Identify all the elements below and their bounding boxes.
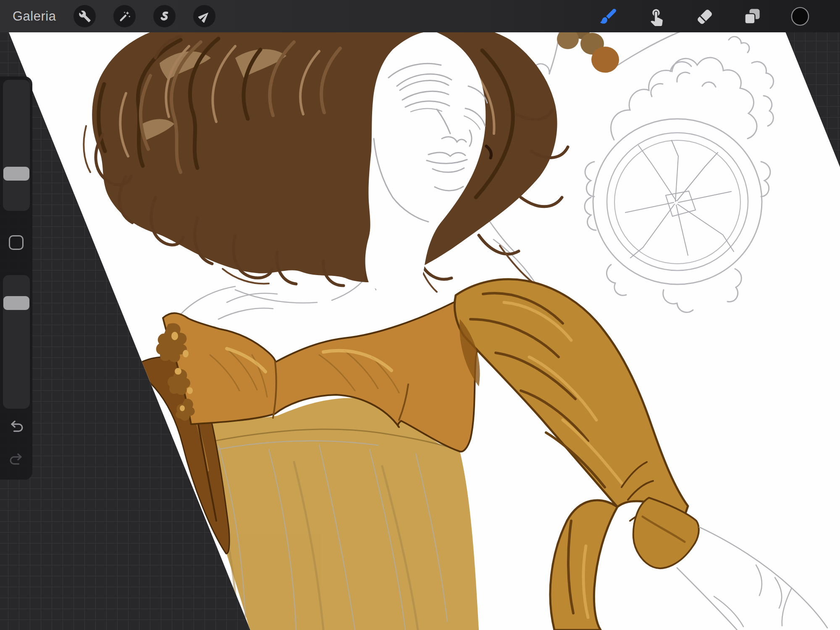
procreate-app: Galeria	[0, 0, 840, 630]
selection-button[interactable]	[153, 5, 176, 27]
undo-icon	[8, 418, 25, 435]
adjustments-button[interactable]	[113, 5, 136, 27]
brush-icon	[599, 7, 618, 26]
paint-tool-button[interactable]	[598, 6, 619, 27]
modify-button[interactable]	[9, 235, 24, 250]
drawing-canvas[interactable]	[0, 0, 840, 630]
color-swatch-button[interactable]	[790, 6, 811, 27]
redo-button[interactable]	[8, 451, 25, 468]
selection-s-icon	[158, 10, 171, 23]
actions-button[interactable]	[74, 5, 96, 27]
wrench-icon	[79, 10, 91, 23]
color-swatch	[790, 7, 810, 26]
smudge-tool-button[interactable]	[646, 6, 667, 27]
layers-icon	[743, 7, 762, 26]
eraser-icon	[695, 7, 714, 26]
brush-size-slider[interactable]	[3, 80, 30, 211]
transform-button[interactable]	[193, 5, 215, 27]
brush-size-handle[interactable]	[3, 167, 29, 181]
redo-icon	[8, 451, 25, 468]
opacity-slider[interactable]	[3, 275, 30, 409]
layers-button[interactable]	[742, 6, 763, 27]
top-toolbar: Galeria	[0, 0, 840, 32]
transform-arrow-icon	[198, 10, 211, 23]
gallery-button[interactable]: Galeria	[13, 9, 56, 24]
smudge-finger-icon	[647, 7, 666, 26]
erase-tool-button[interactable]	[694, 6, 715, 27]
opacity-handle[interactable]	[3, 296, 29, 310]
undo-button[interactable]	[8, 418, 25, 435]
tool-sidebar	[0, 76, 32, 480]
magic-wand-icon	[118, 10, 131, 23]
